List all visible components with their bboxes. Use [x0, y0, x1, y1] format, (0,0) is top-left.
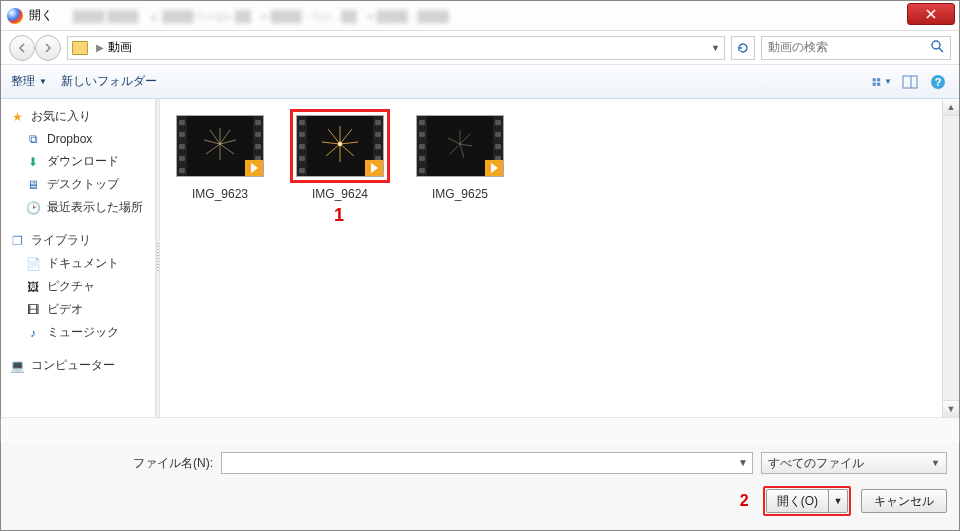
organize-menu[interactable]: 整理 ▼: [11, 73, 47, 90]
folder-icon: [72, 41, 88, 55]
vertical-scrollbar[interactable]: ▲ ▼: [942, 99, 959, 417]
search-input[interactable]: 動画の検索: [761, 36, 951, 60]
document-icon: 📄: [25, 256, 41, 272]
pane-icon: [902, 75, 918, 89]
music-icon: ♪: [25, 325, 41, 341]
sidebar-item-videos[interactable]: 🎞ビデオ: [1, 298, 155, 321]
window-title: 開く: [29, 7, 53, 24]
scroll-down-icon[interactable]: ▼: [943, 400, 959, 417]
preview-pane-button[interactable]: [899, 72, 921, 92]
svg-line-15: [206, 144, 220, 154]
view-icon: [872, 75, 882, 89]
svg-line-1: [939, 48, 943, 52]
sidebar-favorites-header[interactable]: ★ お気に入り: [1, 105, 155, 128]
chevron-down-icon[interactable]: ▼: [829, 496, 847, 506]
svg-line-29: [460, 144, 472, 146]
file-name: IMG_9625: [432, 187, 488, 201]
search-icon: [930, 39, 944, 56]
organize-label: 整理: [11, 73, 35, 90]
play-icon: [365, 160, 383, 176]
sidebar-item-desktop[interactable]: 🖥デスクトップ: [1, 173, 155, 196]
open-button[interactable]: 開く(O) ▼: [766, 489, 848, 513]
sidebar-group-label: コンピューター: [31, 357, 115, 374]
svg-point-26: [338, 142, 342, 146]
file-item-selected[interactable]: IMG_9624 1: [290, 109, 390, 201]
library-icon: ❐: [9, 233, 25, 249]
file-name: IMG_9623: [192, 187, 248, 201]
svg-line-25: [328, 129, 340, 144]
refresh-icon: [736, 41, 750, 55]
sidebar-group-label: ライブラリ: [31, 232, 91, 249]
svg-line-24: [322, 142, 340, 144]
search-placeholder: 動画の検索: [768, 39, 828, 56]
sidebar-item-label: 最近表示した場所: [47, 199, 143, 216]
sidebar-group-label: お気に入り: [31, 108, 91, 125]
video-icon: 🎞: [25, 302, 41, 318]
svg-point-0: [932, 41, 940, 49]
cancel-button-label: キャンセル: [874, 493, 934, 510]
sidebar-item-label: ドキュメント: [47, 255, 119, 272]
file-list[interactable]: IMG_9623 IMG_9624 1: [160, 99, 942, 417]
chevron-down-icon[interactable]: ▼: [738, 457, 748, 468]
breadcrumb-sep-icon: ▶: [96, 42, 104, 53]
star-icon: ★: [9, 109, 25, 125]
nav-row: ▶ 動画 ▼ 動画の検索: [1, 31, 959, 65]
close-button[interactable]: [907, 3, 955, 25]
svg-line-19: [340, 129, 352, 144]
sidebar-item-label: ミュージック: [47, 324, 119, 341]
file-item[interactable]: IMG_9625: [410, 109, 510, 201]
computer-icon: 💻: [9, 358, 25, 374]
scroll-up-icon[interactable]: ▲: [943, 99, 959, 116]
body: ★ お気に入り ⧉Dropbox ⬇ダウンロード 🖥デスクトップ 🕑最近表示した…: [1, 99, 959, 418]
address-folder: 動画: [108, 39, 132, 56]
sidebar-item-label: ダウンロード: [47, 153, 119, 170]
arrow-right-icon: [43, 43, 53, 53]
new-folder-label: 新しいフォルダー: [61, 73, 157, 90]
picture-icon: 🖼: [25, 279, 41, 295]
svg-line-20: [340, 142, 358, 144]
sidebar-item-dropbox[interactable]: ⧉Dropbox: [1, 128, 155, 150]
svg-text:?: ?: [935, 76, 942, 88]
svg-rect-3: [877, 78, 880, 81]
refresh-button[interactable]: [731, 36, 755, 60]
sidebar-item-documents[interactable]: 📄ドキュメント: [1, 252, 155, 275]
chevron-down-icon: ▼: [931, 458, 940, 468]
play-icon: [485, 160, 503, 176]
desktop-icon: 🖥: [25, 177, 41, 193]
sidebar-item-music[interactable]: ♪ミュージック: [1, 321, 155, 344]
cancel-button[interactable]: キャンセル: [861, 489, 947, 513]
view-options-button[interactable]: ▼: [871, 72, 893, 92]
filename-input[interactable]: ▼: [221, 452, 753, 474]
sidebar-libraries-header[interactable]: ❐ ライブラリ: [1, 229, 155, 252]
svg-line-21: [340, 144, 354, 156]
open-button-highlight: 開く(O) ▼: [763, 486, 851, 516]
close-icon: [926, 9, 936, 19]
svg-rect-2: [873, 78, 876, 81]
svg-line-30: [460, 144, 464, 158]
arrow-left-icon: [17, 43, 27, 53]
svg-line-31: [450, 144, 460, 154]
titlebar: 開く ████ ████ ▲ ████ Google ██ ● ████ - T…: [1, 1, 959, 31]
sidebar-item-downloads[interactable]: ⬇ダウンロード: [1, 150, 155, 173]
sidebar-item-label: ビデオ: [47, 301, 83, 318]
sidebar-item-pictures[interactable]: 🖼ピクチャ: [1, 275, 155, 298]
sidebar-computer-header[interactable]: 💻 コンピューター: [1, 354, 155, 377]
back-button[interactable]: [9, 35, 35, 61]
open-button-label: 開く(O): [767, 490, 829, 512]
sidebar-item-label: ピクチャ: [47, 278, 95, 295]
sidebar-item-label: デスクトップ: [47, 176, 119, 193]
sidebar-item-recent[interactable]: 🕑最近表示した場所: [1, 196, 155, 219]
help-button[interactable]: ?: [927, 72, 949, 92]
annotation-1: 1: [334, 205, 344, 226]
chevron-down-icon: ▼: [884, 77, 892, 86]
address-bar[interactable]: ▶ 動画 ▼: [67, 36, 725, 60]
toolbar: 整理 ▼ 新しいフォルダー ▼ ?: [1, 65, 959, 99]
file-thumbnail: [176, 115, 264, 177]
file-item[interactable]: IMG_9623: [170, 109, 270, 201]
filename-label: ファイル名(N):: [13, 455, 213, 472]
address-dropdown-icon[interactable]: ▼: [711, 43, 720, 53]
file-type-filter[interactable]: すべてのファイル ▼: [761, 452, 947, 474]
forward-button[interactable]: [35, 35, 61, 61]
new-folder-button[interactable]: 新しいフォルダー: [61, 73, 157, 90]
svg-rect-4: [873, 82, 876, 85]
